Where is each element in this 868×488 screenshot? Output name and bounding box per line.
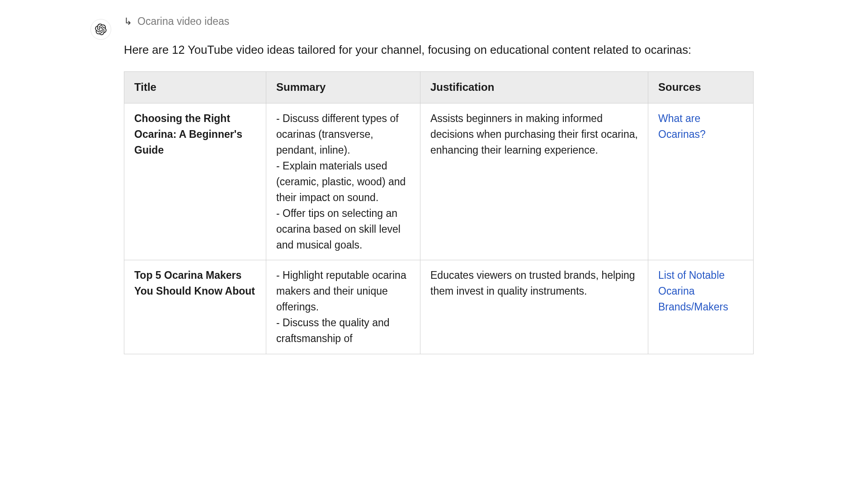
table-row: Choosing the Right Ocarina: A Beginner's…: [124, 103, 754, 260]
cell-sources: What are Ocarinas?: [648, 103, 754, 260]
cell-sources: List of Notable Ocarina Brands/Makers: [648, 260, 754, 354]
th-sources: Sources: [648, 72, 754, 103]
table-row: Top 5 Ocarina Makers You Should Know Abo…: [124, 260, 754, 354]
cell-summary: - Discuss different types of ocarinas (t…: [266, 103, 420, 260]
intro-paragraph: Here are 12 YouTube video ideas tailored…: [124, 41, 743, 59]
context-subheader-text: Ocarina video ideas: [137, 14, 229, 30]
cell-justification: Assists beginners in making informed dec…: [420, 103, 648, 260]
th-summary: Summary: [266, 72, 420, 103]
th-title: Title: [124, 72, 266, 103]
ideas-table: Title Summary Justification Sources Choo…: [124, 71, 754, 354]
reply-arrow-icon: ↳: [124, 14, 132, 29]
assistant-message: ↳ Ocarina video ideas Here are 12 YouTub…: [124, 14, 754, 354]
cell-title: Choosing the Right Ocarina: A Beginner's…: [124, 103, 266, 260]
th-justification: Justification: [420, 72, 648, 103]
openai-logo-icon: [95, 23, 107, 35]
cell-justification: Educates viewers on trusted brands, help…: [420, 260, 648, 354]
source-link[interactable]: What are Ocarinas?: [658, 113, 706, 140]
cell-summary: - Highlight reputable ocarina makers and…: [266, 260, 420, 354]
table-header-row: Title Summary Justification Sources: [124, 72, 754, 103]
cell-title: Top 5 Ocarina Makers You Should Know Abo…: [124, 260, 266, 354]
assistant-avatar: [90, 19, 111, 40]
context-subheader: ↳ Ocarina video ideas: [124, 14, 754, 30]
source-link[interactable]: List of Notable Ocarina Brands/Makers: [658, 269, 728, 313]
